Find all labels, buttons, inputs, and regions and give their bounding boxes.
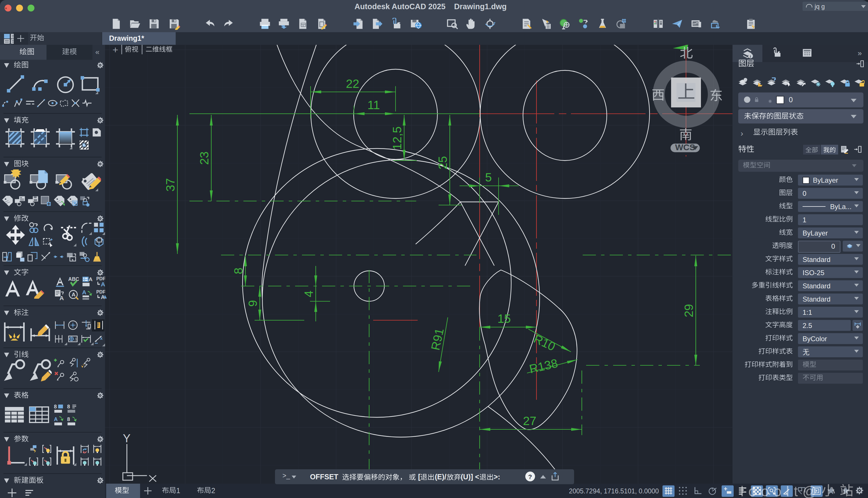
svg-text:WCS: WCS (675, 142, 695, 152)
svg-text:x: x (100, 336, 103, 341)
svg-text:ABC: ABC (68, 276, 79, 282)
svg-text:R91: R91 (429, 327, 446, 352)
svg-text:9: 9 (246, 300, 259, 307)
svg-text:25: 25 (436, 156, 449, 169)
svg-text:i: i (750, 54, 751, 58)
svg-text:23: 23 (198, 152, 211, 165)
svg-text:R138: R138 (528, 356, 559, 376)
svg-text:29: 29 (682, 304, 695, 317)
svg-text:.1: .1 (74, 337, 77, 341)
svg-text:8: 8 (67, 404, 70, 409)
svg-text:PDF: PDF (96, 276, 106, 281)
svg-text:A: A (101, 280, 105, 287)
svg-text:A: A (82, 289, 86, 295)
svg-text:Y: Y (123, 432, 131, 445)
svg-text:A: A (59, 294, 64, 301)
svg-text:8: 8 (54, 404, 57, 409)
svg-text:R10: R10 (532, 332, 557, 354)
svg-text:A: A (71, 291, 76, 297)
svg-text:8: 8 (67, 416, 70, 422)
svg-text:12,5: 12,5 (390, 126, 404, 150)
svg-text:11: 11 (367, 98, 380, 112)
svg-text:PDF: PDF (96, 289, 106, 294)
svg-text:5: 5 (485, 171, 492, 184)
svg-text:27: 27 (523, 414, 537, 428)
svg-text:A: A (54, 416, 58, 422)
svg-text:22: 22 (346, 77, 360, 90)
svg-text:4: 4 (302, 291, 315, 297)
svg-text:8: 8 (232, 268, 245, 274)
svg-text:A: A (89, 276, 92, 282)
svg-text:+: + (112, 45, 118, 55)
svg-text:15: 15 (498, 312, 511, 325)
svg-text:37: 37 (164, 178, 177, 192)
